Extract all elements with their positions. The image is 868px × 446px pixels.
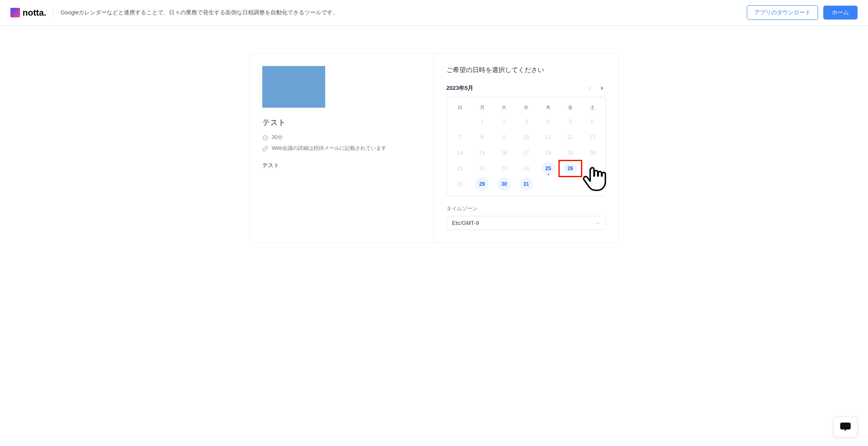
prev-month-button (585, 84, 594, 93)
divider (53, 8, 53, 17)
timezone-section: タイムゾーン Etc/GMT-9 (446, 205, 606, 230)
day-1: 1 (472, 114, 493, 129)
day-header: 木 (538, 102, 559, 113)
clock-icon (262, 135, 268, 141)
day-18: 18 (538, 145, 559, 160)
day-31[interactable]: 31 (515, 177, 537, 192)
chevron-right-icon (599, 86, 604, 91)
timezone-value: Etc/GMT-9 (452, 220, 479, 226)
day-26[interactable]: 26 (560, 161, 581, 176)
main: テスト 30分 Web会議の詳細は招待メールに記載されています テスト ご希望の… (0, 26, 868, 243)
day-14: 14 (449, 145, 471, 160)
day-16: 16 (494, 145, 515, 160)
day-28: 28 (449, 177, 471, 192)
day-25[interactable]: 25 (538, 161, 559, 176)
header-left: notta. Googleカレンダーなどと連携することで、日々の業務で発生する面… (10, 8, 338, 18)
day-20: 20 (582, 145, 603, 160)
event-panel: テスト 30分 Web会議の詳細は招待メールに記載されています テスト (250, 54, 434, 242)
event-description: テスト (262, 162, 422, 169)
day-9: 9 (494, 130, 515, 145)
next-month-button[interactable] (597, 84, 606, 93)
logo[interactable]: notta. (10, 8, 46, 18)
day-11: 11 (538, 130, 559, 145)
month-label: 2023年5月 (446, 84, 473, 92)
day-21: 21 (449, 161, 471, 176)
logo-text: notta. (23, 8, 46, 18)
day-15: 15 (472, 145, 493, 160)
day-header: 日 (449, 102, 471, 113)
chevron-left-icon (587, 86, 592, 91)
day-empty (538, 177, 559, 192)
day-empty (560, 177, 581, 192)
event-duration: 30分 (262, 134, 422, 141)
day-5: 5 (560, 114, 581, 129)
day-24: 24 (515, 161, 537, 176)
home-button[interactable]: ホーム (823, 6, 858, 20)
header: notta. Googleカレンダーなどと連携することで、日々の業務で発生する面… (0, 0, 868, 26)
day-header: 火 (494, 102, 515, 113)
day-27: 27 (582, 161, 603, 176)
booking-card: テスト 30分 Web会議の詳細は招待メールに記載されています テスト ご希望の… (250, 53, 619, 243)
day-30[interactable]: 30 (494, 177, 515, 192)
day-7: 7 (449, 130, 471, 145)
calendar-grid: 日月火水木金土123456789101112131415161718192021… (449, 102, 603, 192)
day-2: 2 (494, 114, 515, 129)
tagline: Googleカレンダーなどと連携することで、日々の業務で発生する面倒な日程調整を… (60, 9, 338, 17)
timezone-select[interactable]: Etc/GMT-9 (446, 216, 606, 230)
day-header: 月 (472, 102, 493, 113)
day-10: 10 (515, 130, 537, 145)
day-3: 3 (515, 114, 537, 129)
header-right: アプリのダウンロード ホーム (747, 5, 858, 20)
event-title: テスト (262, 117, 422, 128)
day-header: 水 (515, 102, 537, 113)
download-button[interactable]: アプリのダウンロード (747, 5, 818, 20)
logo-icon (10, 8, 20, 17)
event-meeting-info: Web会議の詳細は招待メールに記載されています (262, 145, 422, 152)
day-23: 23 (494, 161, 515, 176)
datepicker-title: ご希望の日時を選択してください (446, 66, 606, 74)
day-4: 4 (538, 114, 559, 129)
day-header: 土 (582, 102, 603, 113)
day-12: 12 (560, 130, 581, 145)
day-empty (449, 114, 471, 129)
day-22: 22 (472, 161, 493, 176)
day-17: 17 (515, 145, 537, 160)
datepicker-panel: ご希望の日時を選択してください 2023年5月 日月火水木金土123456789… (434, 54, 618, 242)
link-icon (262, 145, 268, 152)
day-29[interactable]: 29 (472, 177, 493, 192)
calendar-header: 2023年5月 (446, 84, 606, 93)
day-empty (582, 177, 603, 192)
chevron-down-icon (595, 221, 601, 226)
day-header: 金 (560, 102, 581, 113)
day-19: 19 (560, 145, 581, 160)
day-13: 13 (582, 130, 603, 145)
day-8: 8 (472, 130, 493, 145)
calendar: 日月火水木金土123456789101112131415161718192021… (446, 97, 606, 196)
nav-arrows (585, 84, 606, 93)
duration-text: 30分 (272, 134, 283, 141)
meeting-info-text: Web会議の詳細は招待メールに記載されています (272, 145, 386, 152)
event-thumbnail (262, 66, 325, 108)
day-6: 6 (582, 114, 603, 129)
timezone-label: タイムゾーン (446, 205, 606, 212)
